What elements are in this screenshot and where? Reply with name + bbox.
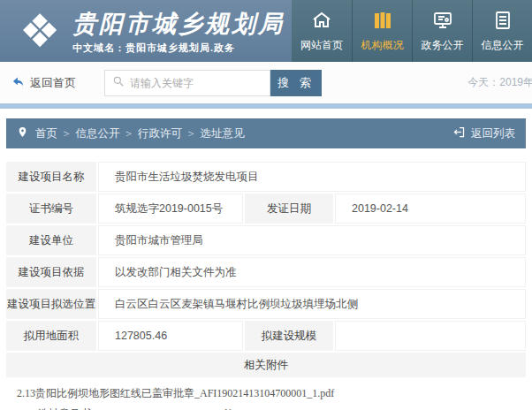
field-value-project-basis: 以发改部门相关文件为准	[98, 257, 526, 287]
breadcrumb-separator: ＞	[61, 126, 72, 141]
attachments-list: 2.13贵阳比例坝地形图红线已盖审批章_AFI19021413104700001…	[6, 379, 526, 410]
breadcrumb-separator: ＞	[186, 126, 197, 141]
nav-tab-label: 信息公开	[482, 38, 524, 53]
project-detail-table: 建设项目名称 贵阳市生活垃圾焚烧发电项目 证书编号 筑规选字2019-0015号…	[6, 162, 526, 410]
nav-tab-site-home[interactable]: 网站首页	[292, 0, 352, 62]
back-arrow-icon	[11, 75, 26, 91]
site-subtitle: 中文域名：贵阳市城乡规划局.政务	[72, 42, 285, 55]
back-to-list-label: 返回列表	[471, 126, 515, 141]
attachment-link[interactable]: 0015选址意见书_AFI19021413103400001_1.pdf	[17, 404, 515, 410]
site-header: ❖ 贵阳市城乡规划局 中文域名：贵阳市城乡规划局.政务 网站首页 机构概况	[0, 0, 532, 62]
title-block: 贵阳市城乡规划局 中文域名：贵阳市城乡规划局.政务	[72, 8, 285, 55]
breadcrumb-site-opinion[interactable]: 选址意见	[201, 126, 245, 141]
nav-tab-gov-affairs[interactable]: 政务公开	[412, 0, 472, 62]
table-row: 拟用地面积 127805.46 拟建设规模	[6, 321, 526, 351]
toolbar: 返回首页 搜 索 今天：2019年	[0, 62, 532, 103]
search-icon	[112, 75, 125, 91]
table-row: 建设项目拟选位置 白云区白云区麦架镇马堰村比例坝垃圾填埋场北侧	[6, 289, 526, 319]
table-row: 建设项目依据 以发改部门相关文件为准	[6, 257, 526, 287]
breadcrumb-home[interactable]: 首页	[35, 126, 57, 141]
back-to-list-button[interactable]: 返回列表	[452, 125, 515, 141]
field-label-build-scale: 拟建设规模	[245, 321, 333, 351]
monitor-icon	[432, 10, 453, 34]
field-value-issue-date: 2019-02-14	[335, 194, 526, 224]
attachment-link[interactable]: 2.13贵阳比例坝地形图红线已盖审批章_AFI19021413104700001…	[17, 383, 515, 404]
field-label-cert-no: 证书编号	[6, 194, 96, 224]
nav-tab-org-overview[interactable]: 机构概况	[352, 0, 412, 62]
books-icon	[372, 10, 393, 34]
search-box	[104, 70, 270, 96]
breadcrumb-info-disclosure[interactable]: 信息公开	[76, 126, 120, 141]
attachments-header: 相关附件	[6, 353, 526, 377]
field-label-build-unit: 建设单位	[6, 225, 96, 255]
field-label-project-name: 建设项目名称	[6, 162, 96, 192]
field-label-proposed-location: 建设项目拟选位置	[6, 289, 96, 319]
site-title: 贵阳市城乡规划局	[72, 8, 285, 40]
search-input[interactable]	[130, 77, 262, 89]
nav-tab-label: 网站首页	[300, 38, 343, 53]
breadcrumb: 首页 ＞ 信息公开 ＞ 行政许可 ＞ 选址意见 返回列表	[6, 118, 526, 148]
divider-band	[0, 103, 532, 109]
field-value-build-unit: 贵阳市城市管理局	[98, 225, 526, 255]
field-label-project-basis: 建设项目依据	[6, 257, 96, 287]
field-value-build-scale	[335, 321, 526, 351]
table-row: 证书编号 筑规选字2019-0015号 发证日期 2019-02-14	[6, 194, 526, 224]
breadcrumb-admin-permit[interactable]: 行政许可	[138, 126, 182, 141]
main-nav: 网站首页 机构概况 政务公开	[292, 0, 532, 62]
home-icon	[311, 10, 332, 34]
field-label-issue-date: 发证日期	[245, 194, 333, 224]
field-value-cert-no: 筑规选字2019-0015号	[98, 194, 243, 224]
field-label-land-area: 拟用地面积	[6, 321, 96, 351]
bureau-logo-icon: ❖	[14, 5, 65, 57]
table-row: 建设项目名称 贵阳市生活垃圾焚烧发电项目	[6, 162, 526, 192]
site-branding: ❖ 贵阳市城乡规划局 中文域名：贵阳市城乡规划局.政务	[0, 0, 292, 62]
nav-tab-label: 机构概况	[361, 38, 404, 53]
back-home-label: 返回首页	[30, 75, 76, 91]
field-value-land-area: 127805.46	[98, 321, 243, 351]
search-button[interactable]: 搜 索	[270, 70, 322, 96]
table-row: 建设单位 贵阳市城市管理局	[6, 225, 526, 255]
field-value-project-name: 贵阳市生活垃圾焚烧发电项目	[98, 162, 526, 192]
breadcrumb-separator: ＞	[124, 126, 135, 141]
document-icon	[492, 10, 513, 34]
nav-tab-info-disclosure[interactable]: 信息公开	[472, 0, 532, 62]
today-date-label: 今天：2019年	[467, 75, 532, 90]
return-list-icon	[452, 125, 466, 141]
nav-tab-label: 政务公开	[422, 38, 464, 53]
location-pin-icon	[17, 125, 28, 141]
back-home-button[interactable]: 返回首页	[11, 75, 76, 91]
field-value-proposed-location: 白云区白云区麦架镇马堰村比例坝垃圾填埋场北侧	[98, 289, 526, 319]
